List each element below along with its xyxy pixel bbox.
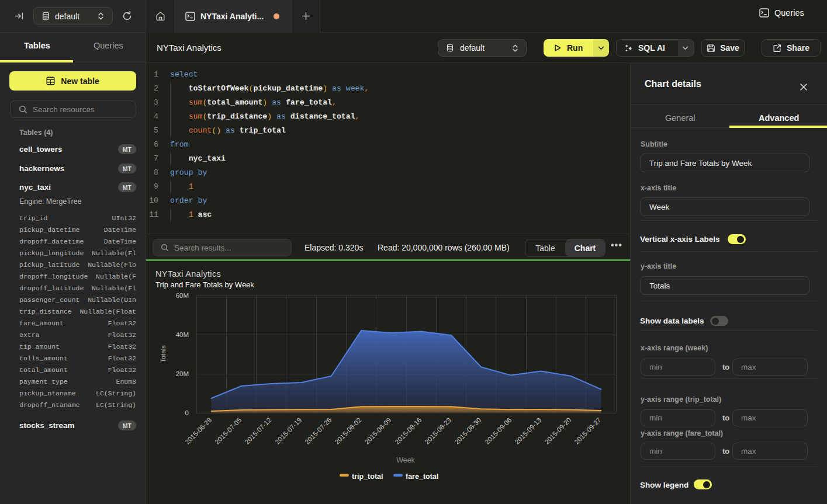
svg-text:60M: 60M (176, 292, 189, 299)
svg-text:2015-09-13: 2015-09-13 (513, 416, 542, 446)
svg-text:Trip and Fare Totals by Week: Trip and Fare Totals by Week (155, 280, 254, 289)
svg-text:fare_total: fare_total (406, 472, 438, 481)
svg-text:2015-07-19: 2015-07-19 (274, 416, 303, 446)
svg-text:Totals: Totals (160, 345, 167, 363)
svg-text:2015-07-05: 2015-07-05 (213, 416, 243, 446)
svg-text:0: 0 (185, 409, 189, 416)
svg-text:trip_total: trip_total (352, 472, 383, 481)
svg-text:2015-06-28: 2015-06-28 (184, 416, 213, 446)
svg-text:NYTaxi Analytics: NYTaxi Analytics (155, 269, 221, 279)
svg-text:40M: 40M (176, 331, 189, 338)
svg-text:2015-09-27: 2015-09-27 (573, 416, 602, 446)
svg-text:2015-08-30: 2015-08-30 (453, 416, 482, 446)
svg-text:2015-08-09: 2015-08-09 (363, 416, 392, 446)
svg-text:2015-07-26: 2015-07-26 (303, 416, 333, 446)
svg-text:2015-08-23: 2015-08-23 (423, 416, 452, 446)
svg-text:2015-09-06: 2015-09-06 (483, 416, 513, 446)
svg-text:2015-09-20: 2015-09-20 (543, 416, 572, 446)
svg-text:Week: Week (396, 456, 415, 464)
svg-text:2015-08-16: 2015-08-16 (393, 416, 423, 446)
svg-text:20M: 20M (176, 370, 189, 377)
svg-text:2015-07-12: 2015-07-12 (243, 416, 272, 446)
svg-text:2015-08-02: 2015-08-02 (333, 416, 362, 446)
